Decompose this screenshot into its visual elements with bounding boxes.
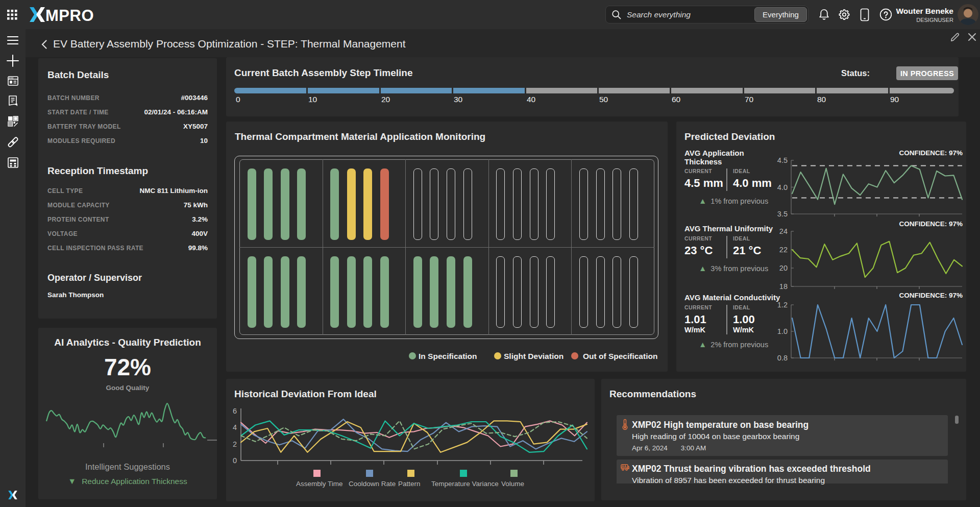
svg-text:1.0: 1.0: [777, 327, 788, 335]
svg-text:3.5: 3.5: [777, 210, 788, 218]
svg-text:4.5: 4.5: [777, 156, 788, 164]
svg-text:2: 2: [233, 440, 237, 448]
svg-text:18: 18: [779, 282, 788, 291]
svg-text:24: 24: [779, 227, 788, 235]
svg-text:0: 0: [233, 456, 237, 465]
svg-text:22: 22: [779, 246, 788, 254]
svg-text:1.2: 1.2: [777, 301, 788, 309]
svg-text:20: 20: [779, 264, 788, 272]
svg-text:4.0: 4.0: [777, 183, 788, 191]
svg-text:0.8: 0.8: [777, 354, 788, 362]
svg-text:4: 4: [233, 423, 237, 431]
svg-text:6: 6: [233, 407, 237, 415]
